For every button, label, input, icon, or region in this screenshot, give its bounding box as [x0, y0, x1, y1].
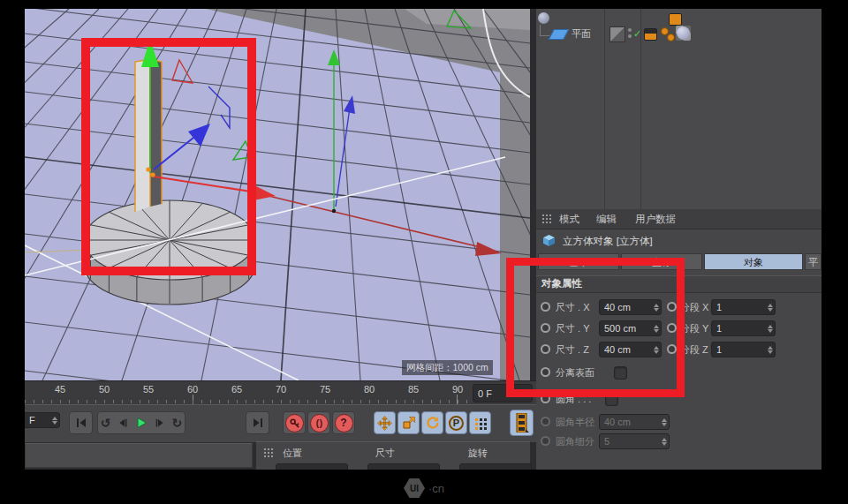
- editor-visibility-dot[interactable]: [628, 28, 632, 32]
- record-options-button[interactable]: ?: [332, 411, 355, 434]
- scale-icon: [402, 416, 416, 430]
- object-row-partial[interactable]: [536, 9, 822, 22]
- tick-label: 75: [314, 384, 336, 395]
- tick-label: 60: [182, 384, 203, 395]
- enabled-check-icon[interactable]: ✓: [633, 29, 641, 39]
- row-fillet-radius: 圆角半径 40 cm: [536, 413, 822, 431]
- key-icon: [285, 414, 304, 433]
- range-end-field[interactable]: F: [25, 412, 60, 428]
- am-title-row: 立方体对象 [立方体]: [536, 230, 822, 252]
- fillet-subdivision-field: 5: [599, 433, 670, 449]
- ui-cn-logo-icon: UI: [404, 478, 425, 499]
- material-tag-icon[interactable]: [676, 26, 691, 41]
- tick-label: 50: [94, 384, 115, 395]
- tick-label: 55: [138, 384, 159, 395]
- goto-end-icon: [251, 416, 265, 430]
- am-menubar: 模式 编辑 用户数据: [536, 209, 822, 229]
- rotate-tool-button[interactable]: [421, 411, 443, 434]
- record-keyframe-button[interactable]: [283, 411, 306, 434]
- p-circle-icon: P: [449, 416, 464, 431]
- bottom-left-panel: [25, 443, 253, 468]
- animate-radio-disabled: [541, 417, 550, 426]
- animate-radio-disabled: [541, 436, 550, 446]
- autokey-button[interactable]: ( ): [307, 411, 330, 434]
- object-title: 立方体对象 [立方体]: [563, 230, 653, 252]
- goto-start-icon: [74, 416, 88, 430]
- playback-group: ↺ ↻: [97, 411, 186, 434]
- render-visibility-dot[interactable]: [628, 34, 632, 38]
- segments-z-field[interactable]: 1: [711, 342, 776, 357]
- coord-field-stub[interactable]: [276, 463, 348, 470]
- menu-user-data[interactable]: 用户数据: [635, 209, 676, 229]
- play-forward-button[interactable]: [134, 416, 148, 430]
- tab-phong[interactable]: 平滑: [805, 253, 822, 270]
- row-fillet-subdivision: 圆角细分 5: [536, 433, 822, 450]
- layer-swatch-icon[interactable]: [610, 26, 625, 42]
- grid-spacing-tooltip: 网格间距：1000 cm: [402, 360, 493, 375]
- goto-end-button[interactable]: [246, 411, 269, 434]
- coordinate-system-button[interactable]: P: [445, 411, 467, 434]
- segments-y-field[interactable]: 1: [711, 320, 776, 336]
- transport-toolbar: F ↺ ↻ ( ): [25, 404, 536, 442]
- stepper-icon: [660, 435, 669, 448]
- fillet-radius-field: 40 cm: [599, 414, 670, 430]
- object-row-plane[interactable]: 平面 ✓: [536, 23, 822, 44]
- segments-x-field[interactable]: 1: [711, 299, 776, 315]
- menu-edit[interactable]: 编辑: [596, 209, 617, 229]
- cube-icon: [542, 234, 556, 247]
- move-icon: [377, 416, 392, 431]
- annotation-rect-object: [81, 38, 256, 275]
- tick-label: 85: [403, 384, 424, 395]
- stepper-icon[interactable]: [766, 322, 775, 335]
- right-panel: 平面 ✓ 模式 编辑 用户数据: [536, 9, 822, 470]
- tree-branch: [540, 25, 549, 36]
- palette-grid-button[interactable]: [469, 411, 491, 434]
- object-manager[interactable]: 平面 ✓: [536, 9, 822, 211]
- question-icon: ?: [335, 414, 353, 433]
- scale-tool-button[interactable]: [398, 411, 420, 434]
- plane-object-icon: [549, 29, 569, 40]
- menu-mode[interactable]: 模式: [559, 209, 579, 229]
- tab-object[interactable]: 对象: [704, 253, 803, 270]
- dots-grid-icon: [473, 417, 487, 430]
- deform-dot-icon[interactable]: [667, 34, 675, 41]
- tick-label: 65: [226, 384, 247, 395]
- render-tag-icon[interactable]: [644, 28, 657, 41]
- object-label[interactable]: 平面: [572, 23, 591, 44]
- screenshot-root: 网格间距：1000 cm 平面 ✓: [0, 0, 848, 504]
- tick-label: 70: [270, 384, 292, 395]
- stepper-icon[interactable]: [766, 343, 775, 357]
- coord-field-stub[interactable]: [367, 463, 440, 470]
- coord-header-rotation: 旋转: [468, 447, 488, 460]
- coord-header-position: 位置: [283, 447, 302, 460]
- coord-header-size: 尺寸: [375, 447, 395, 460]
- tick-label: 80: [359, 384, 380, 395]
- annotation-rect-size-fields: [506, 258, 685, 397]
- stepper-icon[interactable]: [766, 301, 775, 314]
- previous-frame-button[interactable]: [116, 417, 129, 429]
- timeline-ruler[interactable]: 45 50 55 60 65 70 75 80 85 90 0 F: [25, 380, 536, 405]
- tick-label: 45: [49, 384, 71, 395]
- app-window: 网格间距：1000 cm 平面 ✓: [25, 9, 822, 470]
- coordinate-panel: 位置 尺寸 旋转: [256, 441, 530, 470]
- move-tool-button[interactable]: [374, 411, 396, 434]
- panel-grip-icon[interactable]: [541, 214, 552, 225]
- stepper-icon[interactable]: [50, 414, 59, 427]
- play-loop-back-button[interactable]: ↺: [101, 417, 111, 429]
- render-view-button[interactable]: [510, 410, 534, 436]
- watermark: UI ·cn: [0, 477, 848, 500]
- autokey-icon: ( ): [310, 414, 329, 433]
- coord-field-stub[interactable]: [459, 463, 532, 470]
- stepper-icon: [660, 416, 669, 429]
- next-frame-button[interactable]: [154, 417, 167, 429]
- tick-label: 90: [447, 384, 468, 395]
- panel-grip-icon[interactable]: [263, 448, 274, 459]
- goto-start-button[interactable]: [69, 411, 93, 434]
- rotate-icon: [426, 416, 440, 430]
- film-strip-icon: [514, 413, 529, 433]
- play-loop-forward-button[interactable]: ↻: [171, 417, 182, 429]
